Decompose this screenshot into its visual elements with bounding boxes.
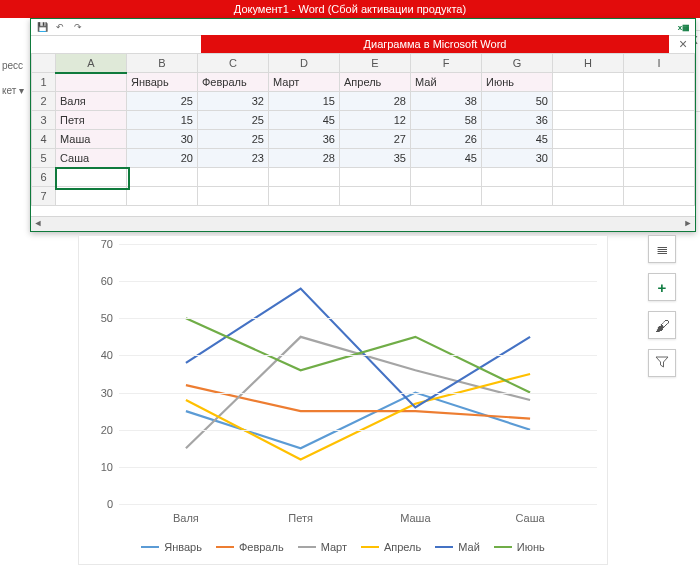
chart-plus-button[interactable]: +	[648, 273, 676, 301]
chart-layout-button[interactable]: ≣	[648, 235, 676, 263]
line-chart[interactable]: 010203040506070 ВаляПетяМашаСаша ЯнварьФ…	[78, 235, 608, 565]
x-tick: Валя	[173, 512, 199, 524]
cell[interactable]: 25	[127, 92, 198, 111]
legend-item[interactable]: Июнь	[494, 536, 545, 558]
cell[interactable]: 27	[340, 130, 411, 149]
row-header[interactable]: 6	[32, 168, 56, 187]
cell[interactable]: Апрель	[340, 73, 411, 92]
cell[interactable]: Валя	[56, 92, 127, 111]
cell[interactable]: Февраль	[198, 73, 269, 92]
horizontal-scrollbar[interactable]: ◄ ►	[31, 216, 695, 231]
legend-item[interactable]: Май	[435, 536, 480, 558]
column-header[interactable]: C	[198, 54, 269, 73]
cell[interactable]: 45	[482, 130, 553, 149]
cell[interactable]: 58	[411, 111, 482, 130]
column-header[interactable]: G	[482, 54, 553, 73]
close-button[interactable]: ×	[673, 35, 693, 53]
cell[interactable]: 23	[198, 149, 269, 168]
row-header[interactable]: 3	[32, 111, 56, 130]
cell[interactable]: 28	[269, 149, 340, 168]
cell[interactable]: 36	[482, 111, 553, 130]
layout-icon: ≣	[656, 240, 669, 258]
x-tick: Петя	[288, 512, 313, 524]
y-tick: 40	[101, 349, 113, 361]
cell[interactable]: Саша	[56, 149, 127, 168]
ribbon-word-1: ресс	[0, 60, 30, 71]
word-title-bar: Документ1 - Word (Сбой активации продукт…	[0, 0, 700, 18]
legend-label: Май	[458, 541, 480, 553]
cell[interactable]: 28	[340, 92, 411, 111]
x-axis: ВаляПетяМашаСаша	[119, 512, 597, 528]
column-header[interactable]: E	[340, 54, 411, 73]
cell[interactable]: 45	[269, 111, 340, 130]
spreadsheet-grid[interactable]: ABCDEFGHI1ЯнварьФевральМартАпрельМайИюнь…	[31, 53, 695, 217]
column-header[interactable]: B	[127, 54, 198, 73]
cell[interactable]: 15	[127, 111, 198, 130]
cell[interactable]: 12	[340, 111, 411, 130]
legend-swatch	[494, 546, 512, 548]
cell[interactable]: Январь	[127, 73, 198, 92]
cell[interactable]: 30	[127, 130, 198, 149]
legend-label: Февраль	[239, 541, 284, 553]
cell[interactable]: 45	[411, 149, 482, 168]
row-header[interactable]: 5	[32, 149, 56, 168]
redo-icon[interactable]: ↷	[71, 20, 85, 34]
legend-label: Март	[321, 541, 347, 553]
brush-icon: 🖌	[655, 317, 670, 334]
word-ribbon-fragment: ресс кет ▾	[0, 60, 30, 110]
legend-item[interactable]: Апрель	[361, 536, 421, 558]
excel-icon[interactable]: x▦	[677, 20, 691, 34]
datasheet-title: Диаграмма в Microsoft Word	[201, 35, 669, 53]
cell[interactable]: 15	[269, 92, 340, 111]
undo-icon[interactable]: ↶	[53, 20, 67, 34]
legend-label: Январь	[164, 541, 202, 553]
legend-item[interactable]: Январь	[141, 536, 202, 558]
cell[interactable]: Май	[411, 73, 482, 92]
cell[interactable]: 30	[482, 149, 553, 168]
save-icon[interactable]: 💾	[35, 20, 49, 34]
row-header[interactable]: 1	[32, 73, 56, 92]
cell[interactable]: 25	[198, 130, 269, 149]
row-header[interactable]: 4	[32, 130, 56, 149]
column-header[interactable]: F	[411, 54, 482, 73]
series-line	[186, 289, 530, 408]
ribbon-word-2: кет ▾	[0, 85, 30, 96]
cell[interactable]: Маша	[56, 130, 127, 149]
y-tick: 20	[101, 424, 113, 436]
series-line	[186, 374, 530, 459]
column-header[interactable]: H	[553, 54, 624, 73]
plus-icon: +	[658, 279, 667, 296]
legend-label: Июнь	[517, 541, 545, 553]
scroll-left-icon[interactable]: ◄	[31, 217, 45, 231]
chart-element-buttons: ≣ + 🖌	[648, 235, 676, 387]
chart-styles-button[interactable]: 🖌	[648, 311, 676, 339]
chart-filter-button[interactable]	[648, 349, 676, 377]
cell[interactable]: 50	[482, 92, 553, 111]
chart-datasheet-window: 💾 ↶ ↷ x▦ Диаграмма в Microsoft Word × AB…	[30, 18, 696, 232]
column-header[interactable]: I	[624, 54, 695, 73]
legend-item[interactable]: Март	[298, 536, 347, 558]
legend: ЯнварьФевральМартАпрельМайИюнь	[79, 536, 607, 558]
column-header[interactable]: A	[56, 54, 127, 73]
cell[interactable]: 35	[340, 149, 411, 168]
y-tick: 50	[101, 312, 113, 324]
cell[interactable]: Июнь	[482, 73, 553, 92]
cell[interactable]: Март	[269, 73, 340, 92]
row-header[interactable]: 2	[32, 92, 56, 111]
cell[interactable]: 25	[198, 111, 269, 130]
scroll-right-icon[interactable]: ►	[681, 217, 695, 231]
cell[interactable]: 26	[411, 130, 482, 149]
legend-swatch	[361, 546, 379, 548]
column-header[interactable]: D	[269, 54, 340, 73]
cell[interactable]: 38	[411, 92, 482, 111]
cell[interactable]: 36	[269, 130, 340, 149]
row-header[interactable]: 7	[32, 187, 56, 206]
cell[interactable]: 20	[127, 149, 198, 168]
x-tick: Маша	[400, 512, 430, 524]
cell[interactable]: Петя	[56, 111, 127, 130]
quick-access-toolbar: 💾 ↶ ↷ x▦	[31, 19, 695, 36]
cell[interactable]: 32	[198, 92, 269, 111]
y-tick: 0	[107, 498, 113, 510]
legend-swatch	[141, 546, 159, 548]
legend-item[interactable]: Февраль	[216, 536, 284, 558]
